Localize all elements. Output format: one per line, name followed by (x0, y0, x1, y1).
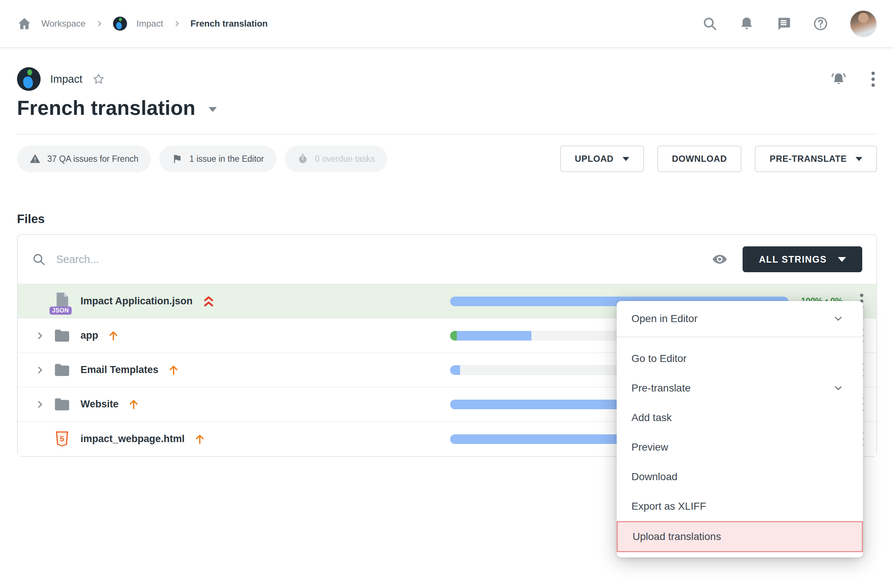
top-navigation-bar: Workspace Impact French translation (0, 0, 894, 48)
topbar-actions (702, 10, 877, 37)
notifications-bell-icon[interactable] (739, 16, 754, 32)
menu-item-label: Pre-translate (631, 382, 690, 394)
messages-icon[interactable] (776, 16, 791, 32)
folder-icon (52, 398, 72, 411)
upload-arrow-icon (128, 399, 139, 410)
menu-item-label: Add task (631, 412, 672, 424)
overdue-tasks-badge[interactable]: 0 overdue tasks (285, 145, 387, 172)
star-favorite-icon[interactable] (92, 73, 105, 86)
expand-chevron-icon[interactable] (33, 331, 47, 340)
files-search-input[interactable] (56, 253, 711, 266)
project-logo (17, 67, 41, 91)
page: Workspace Impact French translation (0, 0, 894, 588)
project-header-actions (830, 71, 875, 88)
upload-arrow-icon (108, 330, 119, 342)
menu-item-go-to-editor[interactable]: Go to Editor (617, 344, 863, 373)
html-file-icon: 5 (52, 430, 72, 448)
help-icon[interactable] (813, 16, 828, 32)
upload-button[interactable]: UPLOAD (560, 145, 644, 172)
expand-chevron-icon[interactable] (33, 400, 47, 409)
file-name: app (80, 330, 98, 341)
file-name: Email Templates (80, 364, 159, 376)
warning-icon (30, 153, 41, 164)
chevron-down-icon (622, 157, 629, 161)
chevron-down-icon (856, 157, 862, 161)
menu-item-upload-translations[interactable]: Upload translations (617, 521, 863, 552)
chevron-down-icon (838, 257, 846, 262)
menu-item-label: Upload translations (633, 531, 721, 543)
breadcrumb-workspace[interactable]: Workspace (41, 18, 86, 29)
file-context-menu: Open in Editor Go to Editor Pre-translat… (617, 301, 863, 557)
menu-item-download[interactable]: Download (617, 462, 863, 491)
timer-icon (297, 153, 308, 164)
home-icon[interactable] (17, 16, 32, 31)
json-badge: JSON (50, 307, 72, 315)
strings-filter-button[interactable]: ALL STRINGS (743, 246, 862, 272)
user-avatar[interactable] (850, 10, 877, 37)
upload-arrow-icon (194, 433, 205, 445)
breadcrumb-current-page: French translation (190, 18, 268, 29)
download-button-label: DOWNLOAD (672, 154, 727, 164)
action-buttons: UPLOAD DOWNLOAD PRE-TRANSLATE (560, 145, 877, 172)
folder-icon (52, 329, 72, 343)
flag-icon (172, 153, 183, 164)
title-dropdown-icon[interactable] (208, 107, 217, 112)
menu-item-add-task[interactable]: Add task (617, 403, 863, 432)
breadcrumb-project-logo (113, 17, 127, 31)
priority-double-chevron-icon (202, 295, 215, 308)
visibility-eye-icon[interactable] (711, 251, 728, 268)
breadcrumb-chevron-icon (173, 20, 181, 28)
pre-translate-button[interactable]: PRE-TRANSLATE (755, 145, 877, 172)
menu-item-label: Download (631, 471, 678, 483)
status-badges: 37 QA issues for French 1 issue in the E… (17, 145, 387, 172)
project-menu-icon[interactable] (871, 72, 875, 87)
upload-button-label: UPLOAD (575, 154, 614, 164)
qa-issues-label: 37 QA issues for French (47, 154, 139, 164)
search-icon[interactable] (702, 16, 717, 32)
breadcrumb-project[interactable]: Impact (137, 18, 163, 29)
svg-text:5: 5 (60, 434, 64, 443)
chevron-down-icon (833, 313, 844, 324)
menu-item-export-as-xliff[interactable]: Export as XLIFF (617, 491, 863, 521)
menu-item-label: Open in Editor (631, 313, 698, 325)
download-button[interactable]: DOWNLOAD (657, 145, 742, 172)
chevron-down-icon (833, 382, 844, 394)
file-name: Impact Application.json (80, 295, 193, 307)
overdue-tasks-label: 0 overdue tasks (315, 154, 375, 164)
project-header: Impact (17, 67, 877, 91)
strings-filter-label: ALL STRINGS (759, 254, 827, 265)
breadcrumb: Workspace Impact French translation (17, 16, 268, 31)
menu-item-label: Go to Editor (631, 353, 687, 364)
menu-item-preview[interactable]: Preview (617, 432, 863, 462)
editor-issue-badge[interactable]: 1 issue in the Editor (159, 145, 276, 172)
folder-icon (52, 363, 72, 377)
qa-issues-badge[interactable]: 37 QA issues for French (17, 145, 151, 172)
page-title: French translation (17, 96, 195, 120)
menu-item-pre-translate[interactable]: Pre-translate (617, 373, 863, 403)
file-name: impact_webpage.html (80, 433, 185, 445)
upload-arrow-icon (168, 364, 179, 376)
bell-ring-icon[interactable] (830, 71, 847, 88)
search-icon (32, 252, 46, 266)
menu-item-label: Preview (631, 441, 668, 453)
header-divider (17, 134, 877, 135)
file-name: Website (80, 399, 119, 410)
json-file-icon: JSON (52, 292, 72, 311)
editor-issue-label: 1 issue in the Editor (189, 154, 264, 164)
title-row: French translation (17, 96, 877, 120)
expand-chevron-icon[interactable] (33, 365, 47, 375)
project-name: Impact (50, 73, 82, 85)
files-heading: Files (17, 212, 877, 226)
menu-item-label: Export as XLIFF (631, 500, 706, 512)
files-search-row: ALL STRINGS (18, 235, 876, 284)
breadcrumb-chevron-icon (95, 20, 103, 28)
pre-translate-button-label: PRE-TRANSLATE (770, 154, 847, 164)
menu-item-open-in-editor[interactable]: Open in Editor (617, 301, 863, 337)
toolbar: 37 QA issues for French 1 issue in the E… (17, 145, 877, 172)
